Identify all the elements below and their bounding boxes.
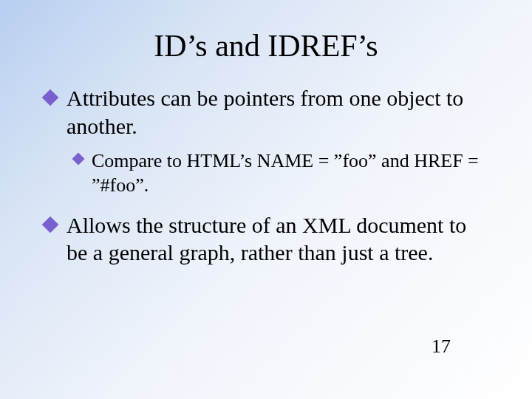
- diamond-bullet-icon: [72, 153, 85, 166]
- diamond-bullet-icon: [42, 89, 59, 106]
- bullet-level2: Compare to HTML’s NAME = ”foo” and HREF …: [92, 149, 488, 198]
- slide-title: ID’s and IDREF’s: [0, 0, 532, 84]
- slide: ID’s and IDREF’s Attributes can be point…: [0, 0, 532, 399]
- bullet-text: Attributes can be pointers from one obje…: [66, 86, 463, 138]
- page-number: 17: [432, 335, 451, 358]
- bullet-level1: Allows the structure of an XML document …: [66, 211, 488, 267]
- slide-body: Attributes can be pointers from one obje…: [0, 84, 532, 267]
- bullet-text: Allows the structure of an XML document …: [66, 213, 466, 265]
- bullet-level1: Attributes can be pointers from one obje…: [66, 84, 488, 140]
- bullet-text: Compare to HTML’s NAME = ”foo” and HREF …: [92, 150, 479, 196]
- diamond-bullet-icon: [42, 216, 59, 233]
